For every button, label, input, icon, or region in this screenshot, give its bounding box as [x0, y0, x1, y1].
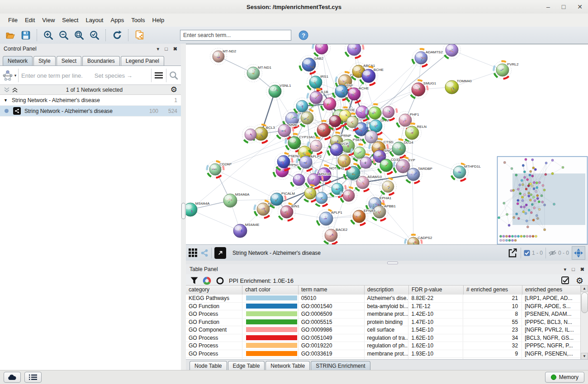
collapse-all-icon[interactable]: [4, 87, 10, 93]
network-node-n67[interactable]: [363, 128, 380, 146]
network-panel-gear-icon[interactable]: ⚙: [171, 86, 177, 94]
memory-button[interactable]: Memory: [545, 372, 584, 383]
network-node-MTHFD1L[interactable]: MTHFD1L: [451, 164, 481, 181]
network-node-GAB2[interactable]: GAB2: [300, 56, 324, 74]
network-node-n73[interactable]: [291, 172, 308, 188]
zoom-in-button[interactable]: [42, 28, 55, 42]
save-session-button[interactable]: [19, 28, 33, 42]
network-node-n7[interactable]: [443, 44, 461, 59]
network-node-CADPS2[interactable]: CADPS2: [405, 234, 432, 245]
panel-menu-icon[interactable]: ▾: [157, 46, 160, 52]
menu-item-file[interactable]: File: [5, 15, 21, 25]
network-graph[interactable]: MT-ND2MT-ND1VSNL1GAB2ADAMTS2PVRL2TOMM40S…: [186, 44, 588, 245]
search-input[interactable]: [180, 30, 291, 41]
tab-select[interactable]: Select: [57, 56, 81, 66]
export-network-button[interactable]: [507, 248, 518, 258]
panel-close-icon[interactable]: ✖: [173, 46, 177, 52]
column-header-description[interactable]: description: [365, 286, 409, 295]
overview-viewport[interactable]: [512, 173, 585, 225]
table-row[interactable]: GO ProcessGO:0006509membrane prot...1.42…: [186, 310, 581, 318]
tab-network-table[interactable]: Network Table: [266, 361, 310, 370]
string-logo[interactable]: STRING ▾: [0, 70, 18, 81]
network-node-n65[interactable]: [380, 104, 397, 121]
table-splitter[interactable]: [186, 261, 588, 264]
table-scrollbar[interactable]: ▲ ▼: [580, 285, 588, 360]
eye-slash-icon[interactable]: [549, 250, 556, 256]
string-options-button[interactable]: [152, 68, 166, 83]
maximize-button[interactable]: □: [562, 4, 565, 10]
close-button[interactable]: ✕: [577, 4, 583, 10]
open-session-button[interactable]: [4, 28, 17, 42]
network-node-n61[interactable]: [321, 95, 339, 113]
network-node-n69[interactable]: [336, 152, 353, 170]
menu-item-select[interactable]: Select: [58, 15, 82, 25]
tab-network[interactable]: Network: [3, 56, 33, 66]
menu-item-tools[interactable]: Tools: [128, 15, 148, 25]
tab-style[interactable]: Style: [33, 56, 56, 66]
network-node-BACE2[interactable]: BACE2: [322, 227, 348, 244]
expand-all-icon[interactable]: [12, 87, 18, 93]
menu-item-view[interactable]: View: [38, 15, 58, 25]
clone-network-button[interactable]: [133, 28, 147, 42]
network-node-PVRL2[interactable]: PVRL2: [494, 61, 519, 79]
network-row[interactable]: String Network - Alzheimer's disease 100…: [0, 106, 181, 117]
help-button[interactable]: ?: [297, 28, 310, 42]
scroll-up-arrow[interactable]: ▲: [581, 285, 588, 292]
network-node-APLP1[interactable]: APLP1: [317, 210, 343, 228]
network-collection-row[interactable]: ▼ String Network - Alzheimer's disease 1: [0, 95, 181, 106]
zoom-out-button[interactable]: [57, 28, 71, 42]
zoom-fit-button[interactable]: [72, 28, 86, 42]
refresh-button[interactable]: [110, 28, 124, 42]
network-node-n5[interactable]: [345, 44, 364, 58]
grid-view-button[interactable]: [189, 248, 198, 258]
panel-close-icon[interactable]: ✖: [580, 267, 584, 272]
tab-node-table[interactable]: Node Table: [190, 361, 227, 370]
panel-float-icon[interactable]: □: [572, 267, 575, 272]
select-all-checkbox-icon[interactable]: [561, 276, 569, 285]
zoom-selected-button[interactable]: [88, 28, 101, 42]
column-header--enriched-genes[interactable]: # enriched genes: [464, 286, 522, 295]
network-node-n72[interactable]: [308, 137, 325, 154]
tab-edge-table[interactable]: Edge Table: [228, 361, 265, 370]
minimize-button[interactable]: –: [546, 4, 550, 10]
menu-item-help[interactable]: Help: [149, 15, 168, 25]
column-header-chart-color[interactable]: chart color: [242, 286, 299, 295]
task-history-button[interactable]: [24, 372, 42, 383]
table-row[interactable]: GO ProcessGO:0051049regulation of tra...…: [186, 334, 581, 342]
table-row[interactable]: GO ProcessGO:0033619membrane prot...1.93…: [186, 350, 581, 358]
tab-string-enrichment[interactable]: STRING Enrichment: [311, 361, 370, 370]
network-node-TOMM40[interactable]: TOMM40: [445, 79, 472, 94]
filter-icon[interactable]: [190, 277, 198, 284]
network-node-BIN1[interactable]: BIN1: [278, 203, 300, 221]
table-row[interactable]: GO ProcessGO:0019220regulation of ph...1…: [186, 342, 581, 350]
collapse-triangle-icon[interactable]: ▼: [4, 98, 12, 103]
panel-menu-icon[interactable]: ▾: [564, 267, 567, 272]
table-row[interactable]: GO FunctionGO:0005515protein binding1.47…: [186, 318, 581, 327]
checkbox-icon[interactable]: [524, 250, 530, 256]
panel-float-icon[interactable]: □: [165, 46, 168, 52]
pan-tool-button[interactable]: [572, 246, 585, 260]
ring-chart-icon[interactable]: [216, 276, 224, 285]
set-species-link[interactable]: Set species →: [95, 72, 133, 79]
tab-boundaries[interactable]: Boundaries: [82, 56, 120, 66]
network-node-MT-ND1[interactable]: MT-ND1: [245, 65, 272, 82]
enrichment-settings-gear-icon[interactable]: ⚙: [576, 276, 583, 285]
network-node-MS4A4A[interactable]: MS4A4A: [186, 201, 210, 216]
share-view-button[interactable]: [200, 249, 209, 257]
open-in-browser-button[interactable]: [214, 247, 226, 259]
panel-splitter[interactable]: [181, 44, 186, 370]
cloud-tasks-button[interactable]: [4, 372, 21, 383]
menu-item-edit[interactable]: Edit: [21, 15, 38, 25]
network-node-CD2AP[interactable]: CD2AP: [207, 161, 232, 178]
network-node-MT-ND2[interactable]: MT-ND2: [210, 48, 237, 65]
scrollbar-knob[interactable]: [581, 292, 588, 313]
column-header-enriched-genes[interactable]: enriched genes: [522, 286, 581, 295]
column-header-term-name[interactable]: term name: [299, 286, 365, 295]
column-header-FDR-p-value[interactable]: FDR p-value: [409, 286, 464, 295]
column-header-category[interactable]: category: [186, 286, 242, 295]
menu-item-layout[interactable]: Layout: [82, 15, 107, 25]
donut-chart-icon[interactable]: [203, 276, 211, 285]
network-node-n78[interactable]: [380, 178, 397, 195]
network-node-SMUG1[interactable]: SMUG1: [409, 80, 436, 99]
string-query-input[interactable]: Enter one term per line. Set species →: [19, 72, 151, 79]
